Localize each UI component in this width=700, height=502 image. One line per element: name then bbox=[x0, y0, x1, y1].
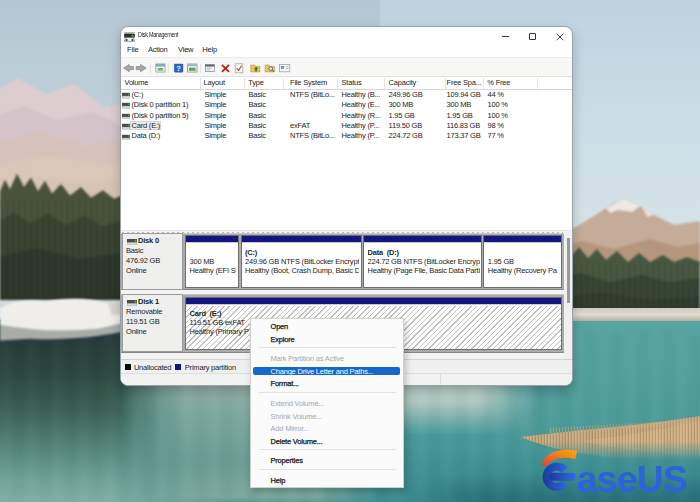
svg-text:?: ? bbox=[176, 63, 181, 72]
svg-text:aseUS: aseUS bbox=[577, 459, 688, 500]
